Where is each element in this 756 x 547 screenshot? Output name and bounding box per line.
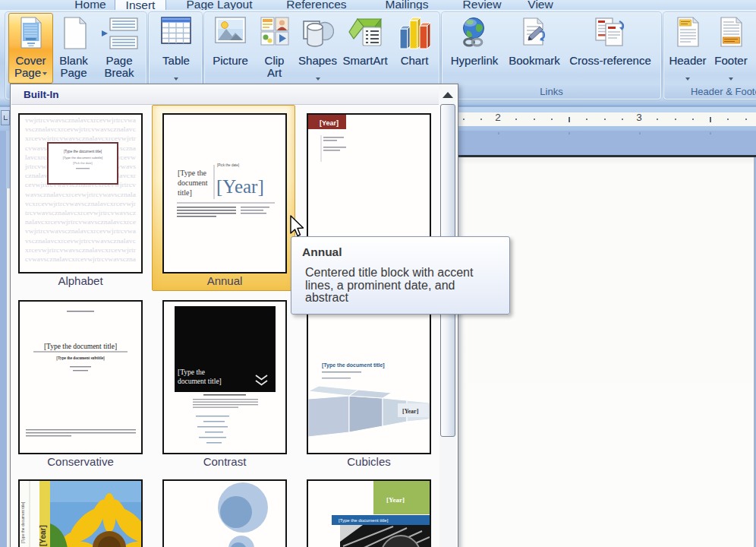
ruler-half-tick [710,117,711,122]
table-dropdown-arrow [151,70,201,84]
gallery-item-contrast[interactable]: [Type the document title] [162,300,287,454]
gallery-item-alphabet-label: Alphabet [18,274,143,287]
tooltip-line: abstract [305,292,473,305]
page-break-icon [94,17,144,50]
gallery-item-contrast-label: Contrast [162,455,287,468]
cross-reference-button[interactable]: Cross-reference [565,14,655,84]
alphabet-texture-row: xrcevwjrtrcvwavscznalavcxrcevwjrtr [25,247,137,254]
mod-preview [164,481,285,547]
exposure-preview: [Type the document title] [Year] [20,481,141,547]
header-icon [666,17,709,47]
ruler-tick-dot [515,119,517,120]
annual-preview: [Type the document title] [Pick the date… [164,115,285,272]
gallery-item-annual-label: Annual [162,274,287,287]
cross-reference-label: Cross-reference [558,55,663,67]
page-break-label-2: Break [87,67,152,79]
shapes-button[interactable]: Shapes [297,14,339,84]
ruler-tick-dot [551,119,553,120]
ruler-tick-dot [604,119,606,120]
footer-icon [710,17,751,47]
chart-icon [392,17,437,50]
ruler-sub-tick [710,132,711,134]
ruler-tick-dot [692,119,694,120]
contrast-preview-title-l1: [Type the [178,368,205,376]
ruler-tick-dot [675,119,676,120]
alphabet-texture-row: vscznalavcxrcevwjrtrcvwavscznalavc [25,238,137,245]
clip-art-button[interactable]: Clip Art [254,14,295,84]
ruler-tick-dot [727,119,729,120]
smartart-button[interactable]: SmartArt [340,14,390,84]
tooltip-description: Centered title block with accentlines, a… [305,267,473,305]
tooltip-line: Centered title block with accent [305,267,473,280]
alphabet-preview-box-line2: [Type the document subtitle] [63,156,102,160]
cover-page-icon [9,17,52,49]
gallery-item-cubicles[interactable]: [Type the document title] [Year] [307,300,431,454]
cover-page-gallery: Built-In vwjrtrcvwavscznalavcxrcevwjrtrc… [10,84,458,547]
footer-button[interactable]: Footer [710,14,751,84]
annual-preview-title-l2: document [178,179,208,187]
alphabet-preview-box-line1: [Type the document title] [64,150,102,153]
clip-art-label-2: Art [246,67,303,79]
smartart-icon [340,17,390,47]
chart-button[interactable]: Chart [392,14,437,84]
gallery-item-mod[interactable] [162,479,287,547]
alphabet-preview: vwjrtrcvwavscznalavcxrcevwjrtrcvwavsczna… [20,115,141,272]
ruler-tick-dot [463,119,465,120]
conservative-preview-title: [Type the document title] [44,343,117,350]
page-break-button[interactable]: Page Break [94,14,144,84]
cross-reference-icon [565,17,655,47]
group-links: Hyperlink [442,12,661,100]
hyperlink-icon [446,17,503,48]
annual-preview-title-l3: title] [178,188,192,197]
alphabet-texture-row: wavscznalavcxrcevwjrtrcvwavscznala [25,191,137,198]
gallery-item-alphabet[interactable]: vwjrtrcvwavscznalavcxrcevwjrtrcvwavsczna… [18,113,143,274]
gallery-item-annual[interactable]: [Type the document title] [Pick the date… [162,113,287,274]
page-right-edge [754,157,754,547]
alphabet-texture-row: xrcevwjrtrcvwavscznalavcxrcevwjrtr [25,135,137,142]
annual-preview-title-l1: [Type the [178,169,206,177]
gallery-scroll-up-button[interactable] [439,86,456,103]
ruler-number: 3 [630,112,648,123]
cubicles-preview-title: [Type the document title] [322,362,385,368]
alphabet-texture-row: vwjrtrcvwavscznalavcxrcevwjrtrcvwa [25,117,137,124]
alphabet-preview-box-line3: [Pick the date] [73,161,92,165]
alphabet-texture-row: cvwavscznalavcxrcevwjrtrcvwavsczna [25,256,137,263]
ruler-tick-dot [622,119,623,120]
picture-icon [209,17,252,43]
bookmark-button[interactable]: Bookmark [505,14,564,84]
contrast-preview: [Type the document title] [164,302,285,453]
ruler-tick-dot [480,119,482,120]
gallery-item-exposure[interactable]: [Type the document title] [Year] [18,479,143,547]
hyperlink-button[interactable]: Hyperlink [446,14,503,84]
gallery-item-conservative[interactable]: [Type the document title] [Type the docu… [18,300,143,454]
group-label-header-footer: Header & Footer [664,85,756,99]
contrast-preview-title-l2: document title] [178,378,222,385]
page-number-button[interactable] [752,14,756,84]
annual-preview-date: [Pick the date] [217,163,239,167]
conservative-preview-subtitle: [Type the document subtitle] [56,356,105,361]
table-button[interactable]: Table [151,14,201,84]
footer-label: Footer [703,55,756,67]
scroll-up-arrow-icon [443,92,453,98]
ruler-half-tick [569,117,570,122]
tab-stop-selector[interactable] [1,110,10,125]
annual-preview-year: [Year] [216,176,264,197]
clip-art-icon [254,17,295,46]
shapes-dropdown-arrow [297,70,339,84]
ruler-sub-tick [639,132,641,134]
header-button[interactable]: Header [666,14,709,84]
gallery-item-motion[interactable]: [Year] [Type the document title] [307,479,431,547]
ruler-tick-dot [534,119,535,120]
exposure-preview-side-title: [Type the document title] [20,501,25,543]
mouse-cursor-icon [289,215,306,238]
conservative-preview: [Type the document title] [Type the docu… [20,302,141,453]
ribbon-tab-bar: Home Insert Page Layout References Maili… [0,0,756,10]
footer-dropdown-arrow [710,70,751,84]
motion-preview-year: [Year] [386,496,405,504]
page-number-icon [752,17,756,47]
motion-preview-title: [Type the document title] [339,518,389,523]
gallery-item-conservative-label: Conservative [18,455,143,468]
ruler-tick-dot [745,119,747,120]
austere-preview-year: [Year] [320,119,339,127]
gallery-header-label: Built-In [24,89,59,100]
